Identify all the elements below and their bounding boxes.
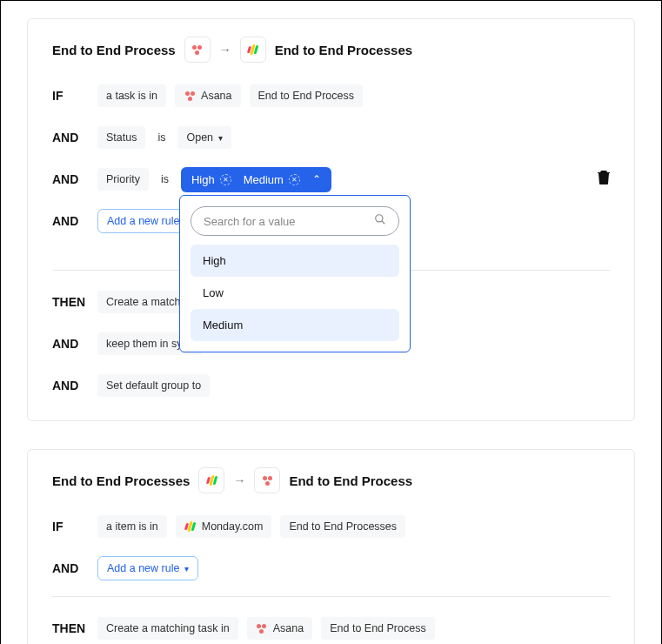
keyword-if: IF <box>52 89 89 103</box>
keyword-and: AND <box>52 131 89 144</box>
priority-dropdown-panel: High Low Medium <box>179 195 411 352</box>
card-title-left: End to End Process <box>52 43 176 57</box>
svg-point-0 <box>376 215 383 222</box>
svg-line-1 <box>382 221 385 225</box>
priority-tag-medium[interactable]: Medium ✕ <box>244 173 300 186</box>
asana-icon <box>254 467 280 493</box>
token-app-monday[interactable]: Monday.com <box>176 515 272 538</box>
option-medium[interactable]: Medium <box>191 309 399 341</box>
card-title-left: End to End Processes <box>52 473 190 488</box>
keyword-then: THEN <box>52 295 89 309</box>
monday-icon <box>198 467 224 493</box>
operator-is: is <box>157 173 172 185</box>
if-row: IF a item is in Monday.com End to End Pr… <box>52 513 610 540</box>
tag-label: Medium <box>244 173 284 186</box>
token-project[interactable]: End to End Process <box>321 617 434 640</box>
add-rule-button[interactable]: Add a new rule ▾ <box>97 556 198 580</box>
and-priority-row: AND Priority is High ✕ Medium ✕ ⌃ <box>52 165 610 193</box>
keyword-and: AND <box>52 379 89 392</box>
priority-tag-high[interactable]: High ✕ <box>191 173 231 186</box>
chevron-down-icon: ▾ <box>218 133 223 143</box>
chevron-up-icon[interactable]: ⌃ <box>312 173 321 185</box>
rule-card-2: End to End Processes → End to End Proces… <box>27 449 635 644</box>
token-field-status[interactable]: Status <box>97 126 145 149</box>
and-status-row: AND Status is Open ▾ <box>52 124 610 151</box>
operator-is: is <box>154 131 169 144</box>
keyword-and: AND <box>52 172 89 186</box>
if-row: IF a task is in Asana End to End Process <box>52 82 610 110</box>
keyword-then: THEN <box>52 621 89 635</box>
divider <box>52 596 610 597</box>
rule-card-1: End to End Process → End to End Processe… <box>27 18 635 421</box>
monday-icon <box>240 37 266 63</box>
keyword-and: AND <box>52 561 89 575</box>
delete-rule-icon[interactable] <box>598 171 610 188</box>
card-title-right: End to End Process <box>289 473 412 488</box>
token-value-open[interactable]: Open ▾ <box>177 126 231 149</box>
option-low[interactable]: Low <box>191 277 399 309</box>
token-item-in[interactable]: a item is in <box>97 515 167 538</box>
token-app-label: Asana <box>273 622 304 634</box>
token-app-label: Monday.com <box>202 520 264 533</box>
then-row: THEN Create a matching task in Asana End… <box>52 614 610 642</box>
arrow-right-icon: → <box>233 473 245 487</box>
token-action-defaultgroup[interactable]: Set default group to <box>97 374 210 397</box>
keyword-and: AND <box>52 337 89 351</box>
tag-label: High <box>191 173 215 186</box>
remove-tag-icon[interactable]: ✕ <box>220 174 231 185</box>
add-rule-label: Add a new rule <box>107 562 179 574</box>
search-input[interactable] <box>204 215 367 228</box>
card-header: End to End Processes → End to End Proces… <box>52 467 610 493</box>
card-header: End to End Process → End to End Processe… <box>52 37 610 63</box>
token-value-label: Open <box>186 131 213 144</box>
keyword-if: IF <box>52 520 89 533</box>
and-addrule-row: AND Add a new rule ▾ <box>52 554 610 582</box>
token-app-asana[interactable]: Asana <box>247 617 312 640</box>
keyword-and: AND <box>52 214 89 228</box>
token-field-priority[interactable]: Priority <box>97 168 149 191</box>
token-app-label: Asana <box>201 90 231 102</box>
token-app-asana[interactable]: Asana <box>175 84 240 107</box>
token-action-create[interactable]: Create a matching task in <box>97 617 238 640</box>
chevron-down-icon: ▾ <box>184 564 189 574</box>
priority-multi-select[interactable]: High ✕ Medium ✕ ⌃ <box>181 167 331 192</box>
add-rule-label: Add a new rule <box>107 215 179 227</box>
and-defaultgroup-row: AND Set default group to <box>52 372 610 399</box>
search-icon <box>374 213 386 229</box>
arrow-right-icon: → <box>219 43 231 57</box>
token-project[interactable]: End to End Processes <box>280 515 405 538</box>
search-box[interactable] <box>191 206 399 236</box>
card-title-right: End to End Processes <box>275 43 412 57</box>
remove-tag-icon[interactable]: ✕ <box>289 174 300 185</box>
token-project[interactable]: End to End Process <box>250 84 363 107</box>
option-high[interactable]: High <box>191 245 399 277</box>
token-task-in[interactable]: a task is in <box>97 84 166 107</box>
asana-icon <box>184 37 211 63</box>
